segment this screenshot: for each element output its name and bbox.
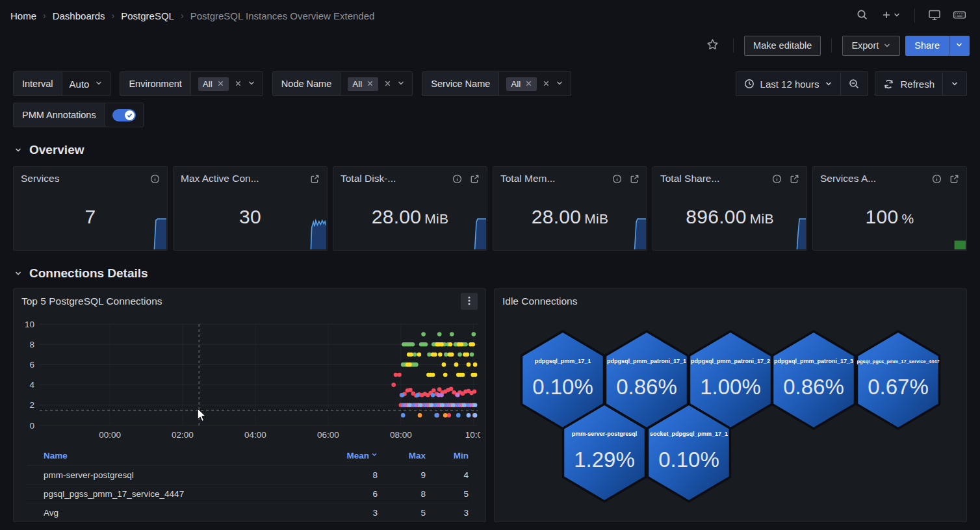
section-overview[interactable]: Overview (0, 143, 980, 157)
filter-service-name: Service NameAll (422, 71, 571, 96)
chevron-down-icon (95, 78, 103, 90)
filter-chip[interactable]: All (506, 77, 537, 91)
scatter-point (401, 413, 406, 418)
legend-header-mean[interactable]: Mean (319, 451, 378, 461)
pmm-annotations-toggle[interactable] (112, 109, 136, 121)
kiosk-mode-button[interactable] (924, 5, 945, 26)
divider (914, 8, 915, 23)
filter-control[interactable]: Auto (62, 72, 110, 95)
filter-label[interactable]: Environment (120, 72, 190, 95)
chevron-down-icon (951, 80, 959, 88)
scatter-point (458, 403, 462, 408)
scatter-point (443, 413, 448, 418)
top5-connections-panel: Top 5 PostgreSQL Connections 024681000:0… (13, 288, 486, 522)
keyboard-shortcuts-button[interactable] (949, 5, 970, 26)
svg-text:2: 2 (29, 400, 34, 410)
scatter-point (431, 393, 435, 398)
filter-label[interactable]: Service Name (422, 72, 499, 95)
share-button[interactable]: Share (905, 36, 949, 56)
monitor-icon (928, 8, 941, 23)
hexagon-pdpgsql_pmm_patroni_17_3[interactable]: pdpgsql_pmm_patroni_17_30.86% (773, 331, 855, 429)
make-editable-button[interactable]: Make editable (744, 36, 821, 56)
scatter-point (424, 342, 428, 347)
filter-clear-button[interactable] (543, 78, 550, 90)
chevron-down-icon (893, 11, 901, 21)
section-connections-details[interactable]: Connections Details (0, 266, 980, 281)
breadcrumb-item[interactable]: Home (10, 10, 36, 21)
filter-label[interactable]: Interval (14, 72, 62, 95)
sparkline (126, 217, 166, 249)
scatter-chart[interactable]: 024681000:0002:0004:0006:0008:0010:0 (14, 314, 485, 446)
filter-control[interactable]: All (191, 72, 263, 95)
series-min: 4 (426, 470, 469, 480)
chip-close[interactable] (217, 79, 224, 89)
hexagon-service-name: pdpgsql_pmm_17_1 (535, 358, 591, 364)
svg-text:8: 8 (29, 340, 34, 349)
share-dropdown-button[interactable] (949, 36, 970, 56)
external-link-icon (949, 174, 959, 184)
new-dropdown-button[interactable] (877, 5, 905, 26)
scatter-point (467, 413, 471, 418)
sparkline (446, 217, 486, 249)
svg-text:10:0: 10:0 (465, 430, 480, 440)
filter-chip[interactable]: All (348, 77, 378, 91)
breadcrumb-item[interactable]: Dashboards (53, 10, 105, 21)
external-link-icon (470, 174, 480, 184)
scatter-point (443, 373, 448, 377)
filter-clear-button[interactable] (235, 78, 242, 90)
filter-control[interactable]: All (499, 72, 571, 95)
idle-connections-panel: Idle Connections pdpgsql_pmm_17_10.10%pd… (494, 288, 967, 522)
filter-chip-label: All (511, 79, 521, 89)
series-name[interactable]: pgsql_pgss_pmm_17_service_4447 (44, 489, 319, 499)
chip-close[interactable] (367, 79, 374, 89)
pmm-annotations-control: PMM Annotations (13, 103, 144, 127)
filter-dropdown-caret[interactable] (397, 78, 405, 90)
check-icon (127, 109, 133, 121)
filter-environment: EnvironmentAll (120, 71, 263, 96)
refresh-interval-dropdown[interactable] (942, 72, 966, 95)
search-button[interactable] (852, 5, 873, 26)
scatter-point (414, 362, 419, 367)
breadcrumb-separator: › (112, 10, 115, 21)
scatter-point (472, 389, 477, 394)
breadcrumb-item[interactable]: PostgreSQL (121, 10, 174, 21)
legend-row: pgsql_pgss_pmm_17_service_4447685 (27, 484, 469, 503)
filter-label[interactable]: Node Name (273, 72, 341, 95)
legend-header-min[interactable]: Min (426, 451, 469, 461)
legend-row: Avg353 (27, 503, 469, 522)
chevron-down-icon (825, 80, 832, 88)
scatter-point (442, 362, 446, 367)
legend-header-name[interactable]: Name (44, 451, 319, 461)
filter-node-name: Node NameAll (272, 71, 413, 96)
filter-dropdown-caret[interactable] (95, 78, 103, 90)
scatter-point (467, 362, 471, 367)
series-name[interactable]: Avg (44, 508, 319, 518)
dashboard-toolbar: Make editable Export Share (0, 31, 980, 60)
panel-menu-button[interactable] (461, 293, 478, 310)
scatter-point (400, 393, 405, 398)
hexagon-value: 0.86% (616, 375, 677, 399)
filter-dropdown-caret[interactable] (556, 78, 563, 90)
chip-close[interactable] (525, 79, 532, 89)
filter-dropdown-caret[interactable] (248, 78, 255, 90)
series-name[interactable]: pmm-server-postgresql (44, 470, 319, 480)
info-icon (452, 174, 462, 184)
scatter-point (463, 342, 468, 347)
scatter-point (461, 373, 465, 377)
scatter-point (450, 353, 454, 357)
breadcrumb-item: PostgreSQL Instances Overview Extended (190, 10, 375, 21)
time-range-picker[interactable]: Last 12 hours (736, 72, 841, 95)
export-button[interactable]: Export (842, 36, 900, 56)
filter-clear-button[interactable] (384, 78, 391, 90)
scatter-point (471, 342, 475, 347)
chevron-down-icon (883, 42, 891, 49)
star-button[interactable] (702, 35, 723, 56)
zoom-out-button[interactable] (840, 72, 868, 95)
refresh-button[interactable]: Refresh (875, 72, 942, 95)
hexagon-pgsql_pgss_pmm_17_service_4447[interactable]: pgsql_pgss_pmm_17_service_44470.67% (857, 331, 939, 429)
scatter-point (472, 332, 476, 336)
filter-control[interactable]: All (341, 72, 412, 95)
scatter-point (473, 373, 478, 377)
filter-chip[interactable]: All (198, 77, 229, 91)
legend-header-max[interactable]: Max (378, 451, 426, 461)
